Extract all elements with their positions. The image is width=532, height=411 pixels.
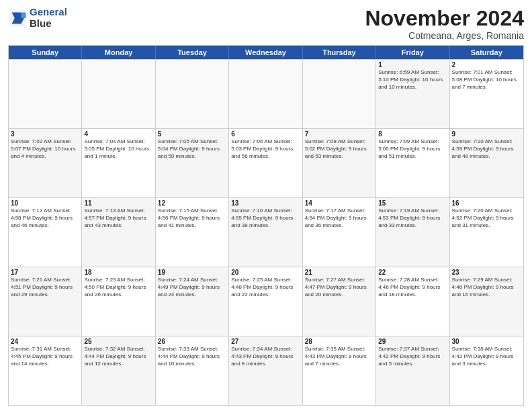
cell-info: Sunrise: 7:35 AM Sunset: 4:43 PM Dayligh…: [305, 346, 373, 367]
cal-cell-1-1: 4Sunrise: 7:04 AM Sunset: 5:05 PM Daylig…: [82, 129, 155, 197]
header-day-tuesday: Tuesday: [156, 46, 229, 59]
cell-info: Sunrise: 7:37 AM Sunset: 4:42 PM Dayligh…: [378, 346, 447, 367]
cell-info: Sunrise: 7:02 AM Sunset: 5:07 PM Dayligh…: [11, 138, 79, 160]
day-number: 27: [231, 338, 300, 345]
calendar-row-4: 24Sunrise: 7:31 AM Sunset: 4:45 PM Dayli…: [9, 336, 523, 405]
cell-info: Sunrise: 7:19 AM Sunset: 4:53 PM Dayligh…: [378, 208, 447, 229]
calendar-row-2: 10Sunrise: 7:12 AM Sunset: 4:58 PM Dayli…: [9, 197, 523, 267]
calendar-row-0: 1Sunrise: 6:59 AM Sunset: 5:10 PM Daylig…: [9, 59, 523, 128]
logo: General Blue: [8, 7, 67, 29]
cal-cell-1-2: 5Sunrise: 7:05 AM Sunset: 5:04 PM Daylig…: [156, 129, 229, 197]
cell-info: Sunrise: 7:21 AM Sunset: 4:51 PM Dayligh…: [11, 277, 79, 298]
day-number: 29: [378, 338, 447, 345]
cal-cell-3-2: 19Sunrise: 7:24 AM Sunset: 4:49 PM Dayli…: [156, 267, 229, 336]
cal-cell-2-1: 11Sunrise: 7:13 AM Sunset: 4:57 PM Dayli…: [82, 198, 155, 267]
day-number: 15: [378, 199, 447, 207]
day-number: 26: [158, 338, 226, 345]
cal-cell-3-6: 23Sunrise: 7:29 AM Sunset: 4:46 PM Dayli…: [450, 267, 523, 336]
cal-cell-1-0: 3Sunrise: 7:02 AM Sunset: 5:07 PM Daylig…: [9, 129, 82, 197]
cal-cell-3-5: 22Sunrise: 7:28 AM Sunset: 4:46 PM Dayli…: [376, 267, 449, 336]
cell-info: Sunrise: 7:31 AM Sunset: 4:45 PM Dayligh…: [11, 346, 79, 367]
cal-cell-4-5: 29Sunrise: 7:37 AM Sunset: 4:42 PM Dayli…: [376, 336, 449, 405]
cell-info: Sunrise: 7:27 AM Sunset: 4:47 PM Dayligh…: [305, 277, 373, 298]
title-block: November 2024 Cotmeana, Arges, Romania: [365, 7, 524, 41]
cal-cell-4-6: 30Sunrise: 7:38 AM Sunset: 4:42 PM Dayli…: [450, 336, 523, 405]
cal-cell-1-5: 8Sunrise: 7:09 AM Sunset: 5:00 PM Daylig…: [376, 129, 449, 197]
cal-cell-1-3: 6Sunrise: 7:06 AM Sunset: 5:03 PM Daylig…: [229, 129, 302, 197]
cell-info: Sunrise: 7:01 AM Sunset: 5:08 PM Dayligh…: [452, 69, 521, 91]
cell-info: Sunrise: 7:17 AM Sunset: 4:54 PM Dayligh…: [305, 208, 373, 229]
day-number: 21: [305, 269, 373, 276]
header: General Blue November 2024 Cotmeana, Arg…: [8, 7, 524, 41]
day-number: 2: [452, 61, 521, 68]
day-number: 10: [11, 199, 79, 207]
subtitle: Cotmeana, Arges, Romania: [365, 30, 524, 41]
cal-cell-4-2: 26Sunrise: 7:33 AM Sunset: 4:44 PM Dayli…: [156, 336, 229, 405]
day-number: 5: [158, 130, 226, 138]
svg-marker-2: [21, 12, 26, 17]
cal-cell-2-0: 10Sunrise: 7:12 AM Sunset: 4:58 PM Dayli…: [9, 198, 82, 267]
day-number: 16: [452, 199, 521, 207]
day-number: 3: [11, 130, 79, 138]
day-number: 1: [378, 61, 447, 68]
cell-info: Sunrise: 7:33 AM Sunset: 4:44 PM Dayligh…: [158, 346, 226, 367]
calendar: SundayMondayTuesdayWednesdayThursdayFrid…: [8, 45, 524, 406]
cell-info: Sunrise: 7:24 AM Sunset: 4:49 PM Dayligh…: [158, 277, 226, 298]
cal-cell-3-1: 18Sunrise: 7:23 AM Sunset: 4:50 PM Dayli…: [82, 267, 155, 336]
cal-cell-2-4: 14Sunrise: 7:17 AM Sunset: 4:54 PM Dayli…: [303, 198, 376, 267]
cal-cell-1-4: 7Sunrise: 7:08 AM Sunset: 5:02 PM Daylig…: [303, 129, 376, 197]
cal-cell-2-6: 16Sunrise: 7:20 AM Sunset: 4:52 PM Dayli…: [450, 198, 523, 267]
day-number: 30: [452, 338, 521, 345]
header-day-thursday: Thursday: [303, 46, 376, 59]
cell-info: Sunrise: 7:12 AM Sunset: 4:58 PM Dayligh…: [11, 208, 79, 229]
day-number: 9: [452, 130, 521, 138]
cell-info: Sunrise: 7:10 AM Sunset: 4:59 PM Dayligh…: [452, 138, 521, 160]
cal-cell-0-4: [303, 60, 376, 128]
cal-cell-0-6: 2Sunrise: 7:01 AM Sunset: 5:08 PM Daylig…: [450, 60, 523, 128]
calendar-row-1: 3Sunrise: 7:02 AM Sunset: 5:07 PM Daylig…: [9, 128, 523, 197]
cell-info: Sunrise: 7:16 AM Sunset: 4:55 PM Dayligh…: [231, 208, 300, 229]
logo-text: General Blue: [30, 7, 67, 29]
cal-cell-0-3: [229, 60, 302, 128]
logo-line2: Blue: [30, 18, 67, 30]
day-number: 11: [84, 199, 152, 207]
cal-cell-2-5: 15Sunrise: 7:19 AM Sunset: 4:53 PM Dayli…: [376, 198, 449, 267]
cell-info: Sunrise: 7:34 AM Sunset: 4:43 PM Dayligh…: [231, 346, 300, 367]
header-day-friday: Friday: [376, 46, 449, 59]
header-day-wednesday: Wednesday: [229, 46, 302, 59]
cell-info: Sunrise: 7:29 AM Sunset: 4:46 PM Dayligh…: [452, 277, 521, 298]
day-number: 20: [231, 269, 300, 276]
cell-info: Sunrise: 7:32 AM Sunset: 4:44 PM Dayligh…: [84, 346, 152, 367]
page: General Blue November 2024 Cotmeana, Arg…: [0, 0, 532, 411]
cell-info: Sunrise: 7:20 AM Sunset: 4:52 PM Dayligh…: [452, 208, 521, 229]
cal-cell-4-1: 25Sunrise: 7:32 AM Sunset: 4:44 PM Dayli…: [82, 336, 155, 405]
header-day-saturday: Saturday: [450, 46, 523, 59]
day-number: 17: [11, 269, 79, 276]
cell-info: Sunrise: 7:09 AM Sunset: 5:00 PM Dayligh…: [378, 138, 447, 160]
cell-info: Sunrise: 7:28 AM Sunset: 4:46 PM Dayligh…: [378, 277, 447, 298]
cell-info: Sunrise: 7:25 AM Sunset: 4:48 PM Dayligh…: [231, 277, 300, 298]
calendar-body: 1Sunrise: 6:59 AM Sunset: 5:10 PM Daylig…: [9, 59, 523, 405]
day-number: 23: [452, 269, 521, 276]
header-day-monday: Monday: [82, 46, 155, 59]
day-number: 28: [305, 338, 373, 345]
cell-info: Sunrise: 7:23 AM Sunset: 4:50 PM Dayligh…: [84, 277, 152, 298]
cal-cell-0-2: [156, 60, 229, 128]
cal-cell-0-1: [82, 60, 155, 128]
cell-info: Sunrise: 7:13 AM Sunset: 4:57 PM Dayligh…: [84, 208, 152, 229]
cal-cell-4-3: 27Sunrise: 7:34 AM Sunset: 4:43 PM Dayli…: [229, 336, 302, 405]
cell-info: Sunrise: 7:06 AM Sunset: 5:03 PM Dayligh…: [231, 138, 300, 160]
cal-cell-4-4: 28Sunrise: 7:35 AM Sunset: 4:43 PM Dayli…: [303, 336, 376, 405]
day-number: 13: [231, 199, 300, 207]
cal-cell-3-3: 20Sunrise: 7:25 AM Sunset: 4:48 PM Dayli…: [229, 267, 302, 336]
day-number: 25: [84, 338, 152, 345]
month-title: November 2024: [365, 7, 524, 30]
day-number: 19: [158, 269, 226, 276]
day-number: 14: [305, 199, 373, 207]
cell-info: Sunrise: 7:38 AM Sunset: 4:42 PM Dayligh…: [452, 346, 521, 367]
day-number: 22: [378, 269, 447, 276]
cell-info: Sunrise: 7:05 AM Sunset: 5:04 PM Dayligh…: [158, 138, 226, 160]
day-number: 6: [231, 130, 300, 138]
cal-cell-2-2: 12Sunrise: 7:15 AM Sunset: 4:56 PM Dayli…: [156, 198, 229, 267]
day-number: 18: [84, 269, 152, 276]
